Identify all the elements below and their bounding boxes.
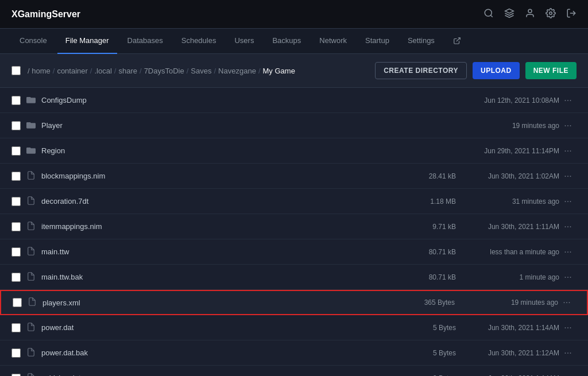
- breadcrumb-local[interactable]: .local: [94, 67, 111, 75]
- select-all-checkbox[interactable]: [11, 66, 21, 75]
- file-menu-button[interactable]: ···: [559, 95, 577, 106]
- svg-line-6: [457, 37, 460, 41]
- breadcrumb-7daystodie[interactable]: 7DaysToDie: [144, 67, 184, 75]
- file-row[interactable]: main.ttw.bak 80.71 kB 1 minute ago ···: [0, 265, 588, 290]
- breadcrumb-navezgane[interactable]: Navezgane: [218, 67, 256, 75]
- file-icon: [28, 297, 37, 308]
- file-row[interactable]: main.ttw 80.71 kB less than a minute ago…: [0, 239, 588, 265]
- breadcrumb-container[interactable]: container: [57, 67, 87, 75]
- nav-console[interactable]: Console: [11, 29, 55, 54]
- folder-icon: [26, 121, 36, 130]
- file-row[interactable]: Player 19 minutes ago ···: [0, 113, 588, 138]
- file-name: power.dat: [41, 323, 399, 332]
- file-icon: [26, 171, 36, 181]
- upload-button[interactable]: UPLOAD: [473, 62, 520, 79]
- file-checkbox[interactable]: [11, 197, 21, 206]
- user-icon[interactable]: [525, 8, 535, 21]
- file-checkbox[interactable]: [11, 172, 21, 181]
- file-menu-button[interactable]: ···: [559, 222, 577, 232]
- file-checkbox[interactable]: [11, 121, 21, 130]
- file-size: 1.18 MB: [399, 197, 456, 206]
- file-checkbox[interactable]: [11, 348, 21, 358]
- file-menu-button[interactable]: ···: [559, 373, 577, 377]
- file-row[interactable]: ConfigsDump Jun 12th, 2021 10:08AM ···: [0, 88, 588, 113]
- file-row[interactable]: decoration.7dt 1.18 MB 31 minutes ago ··…: [0, 189, 588, 214]
- file-name: Region: [41, 146, 399, 155]
- breadcrumb-share[interactable]: share: [118, 67, 137, 75]
- file-icon: [26, 196, 36, 207]
- breadcrumb: / home / container / .local / share / 7D…: [11, 66, 295, 75]
- top-icons: [483, 8, 577, 21]
- breadcrumb-saves[interactable]: Saves: [191, 67, 211, 75]
- file-menu-button[interactable]: ···: [559, 323, 577, 333]
- file-date: Jun 12th, 2021 10:08AM: [456, 96, 559, 104]
- nav-schedules[interactable]: Schedules: [173, 29, 225, 54]
- file-menu-button[interactable]: ···: [559, 171, 577, 181]
- file-checkbox[interactable]: [11, 273, 21, 282]
- file-icon: [26, 373, 36, 377]
- file-name: vehicles.dat: [41, 374, 399, 376]
- file-checkbox[interactable]: [11, 146, 21, 156]
- new-file-button[interactable]: NEW FILE: [525, 62, 577, 79]
- nav-external[interactable]: [445, 29, 469, 54]
- file-date: Jun 30th, 2021 1:11AM: [456, 223, 559, 231]
- file-icon: [26, 222, 36, 232]
- file-size: 80.71 kB: [399, 248, 456, 256]
- file-checkbox[interactable]: [11, 247, 21, 257]
- file-size: 9 Bytes: [399, 374, 456, 377]
- breadcrumb-mygame: My Game: [263, 67, 295, 75]
- file-checkbox[interactable]: [11, 96, 21, 105]
- logout-icon[interactable]: [566, 8, 577, 21]
- file-icon: [26, 247, 36, 257]
- search-icon[interactable]: [483, 8, 494, 21]
- file-date: 1 minute ago: [456, 273, 559, 281]
- file-menu-button[interactable]: ···: [559, 146, 577, 156]
- file-row[interactable]: vehicles.dat 9 Bytes Jun 30th, 2021 1:14…: [0, 366, 588, 376]
- nav-file-manager[interactable]: File Manager: [57, 29, 117, 54]
- nav-backups[interactable]: Backups: [264, 29, 309, 54]
- breadcrumb-home[interactable]: / home: [28, 67, 51, 75]
- file-date: 19 minutes ago: [455, 299, 558, 307]
- gear-icon[interactable]: [546, 8, 556, 21]
- file-row[interactable]: itemmappings.nim 9.71 kB Jun 30th, 2021 …: [0, 214, 588, 239]
- folder-icon: [26, 146, 36, 156]
- stack-icon[interactable]: [504, 8, 514, 21]
- nav-startup[interactable]: Startup: [357, 29, 397, 54]
- file-menu-button[interactable]: ···: [559, 196, 577, 207]
- nav-network[interactable]: Network: [311, 29, 355, 54]
- file-menu-button[interactable]: ···: [559, 121, 577, 131]
- file-row[interactable]: blockmappings.nim 28.41 kB Jun 30th, 202…: [0, 164, 588, 189]
- file-checkbox[interactable]: [11, 374, 21, 377]
- nav-users[interactable]: Users: [226, 29, 262, 54]
- file-date: less than a minute ago: [456, 248, 559, 256]
- file-date: Jun 30th, 2021 1:14AM: [456, 324, 559, 332]
- file-icon: [26, 272, 36, 282]
- toolbar-buttons: CREATE DIRECTORY UPLOAD NEW FILE: [375, 62, 577, 79]
- file-checkbox[interactable]: [11, 323, 21, 332]
- svg-point-4: [550, 11, 552, 14]
- create-directory-button[interactable]: CREATE DIRECTORY: [375, 62, 467, 79]
- file-menu-button[interactable]: ···: [558, 297, 575, 308]
- file-menu-button[interactable]: ···: [559, 247, 577, 257]
- nav-settings[interactable]: Settings: [400, 29, 443, 54]
- file-row[interactable]: players.xml 365 Bytes 19 minutes ago ···: [0, 290, 588, 315]
- file-row[interactable]: Region Jun 29th, 2021 11:14PM ···: [0, 138, 588, 164]
- file-size: 80.71 kB: [399, 273, 456, 281]
- file-size: 5 Bytes: [399, 349, 456, 357]
- svg-point-0: [485, 9, 492, 16]
- file-menu-button[interactable]: ···: [559, 348, 577, 358]
- file-checkbox[interactable]: [13, 298, 22, 307]
- file-row[interactable]: power.dat.bak 5 Bytes Jun 30th, 2021 1:1…: [0, 340, 588, 366]
- file-name: power.dat.bak: [41, 348, 399, 357]
- file-name: itemmappings.nim: [41, 222, 399, 231]
- file-menu-button[interactable]: ···: [559, 272, 577, 282]
- nav-databases[interactable]: Databases: [119, 29, 171, 54]
- file-icon: [26, 323, 36, 333]
- file-checkbox[interactable]: [11, 222, 21, 231]
- file-row[interactable]: power.dat 5 Bytes Jun 30th, 2021 1:14AM …: [0, 315, 588, 340]
- file-name: main.ttw: [41, 247, 399, 256]
- file-date: 31 minutes ago: [456, 197, 559, 206]
- app-title: XGamingServer: [11, 9, 80, 20]
- file-name: players.xml: [42, 299, 397, 307]
- file-date: Jun 30th, 2021 1:14AM: [456, 374, 559, 377]
